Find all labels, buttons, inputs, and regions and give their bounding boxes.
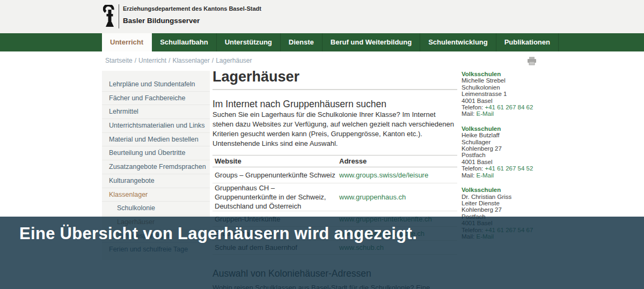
contact-line: 4001 Basel (462, 98, 585, 104)
section1-paragraph: Suchen Sie ein Lagerhaus für die Schulko… (213, 110, 457, 149)
contact-org: Volksschulen (462, 187, 585, 193)
nav-tab-publikationen[interactable]: Publikationen (496, 33, 559, 51)
nav-tab-schullaufbahn[interactable]: Schullaufbahn (152, 33, 217, 51)
contact-line: Heike Butzlaff (462, 132, 585, 138)
phone-link[interactable]: +41 61 267 54 52 (485, 165, 533, 172)
contact-line: Schullager (462, 139, 585, 145)
basel-crozier-icon (103, 5, 116, 28)
logo-divider (119, 4, 119, 28)
breadcrumb-startseite[interactable]: Startseite (105, 57, 133, 64)
contact-org: Volksschulen (462, 125, 585, 132)
title-divider (213, 89, 457, 90)
contact-line: Schulkolonien (462, 84, 585, 91)
sidebar-item-faecher-und-fachbereiche[interactable]: Fächer und Fachbereiche (102, 92, 210, 106)
column-header-website: Website (213, 155, 337, 167)
website-name: Groups – Gruppenunterkünfte Schweiz (213, 167, 337, 183)
breadcrumb-klassenlager[interactable]: Klassenlager (172, 57, 209, 64)
contact-line: Dr. Christian Griss (462, 194, 585, 200)
contact-phone-line: Telefon: +41 61 267 54 52 (462, 165, 585, 172)
contact-line: Leimenstrasse 1 (462, 91, 585, 97)
page: Erziehungsdepartement des Kantons Basel-… (0, 0, 644, 289)
phone-label: Telefon: (462, 165, 483, 172)
sidebar-item-material-und-medien-bestellen[interactable]: Material und Medien bestellen (102, 133, 210, 147)
sidebar-item-zusatzangebote-fremdsprachen[interactable]: Zusatzangebote Fremdsprachen (102, 160, 210, 174)
site-title: Basler Bildungsserver (123, 17, 200, 25)
contact-org: Volksschulen (462, 71, 585, 77)
table-header-row: Website Adresse (213, 155, 457, 167)
contact-card: Volksschulen Michelle Strebel Schulkolon… (462, 71, 585, 117)
website-name: Gruppenhaus CH – Gruppenunterkünfte in d… (213, 183, 337, 211)
sidebar-item-schulkolonie[interactable]: Schulkolonie (102, 202, 210, 216)
sidebar-item-unterrichtsmaterialien-und-links[interactable]: Unterrichtsmaterialien und Links (102, 119, 210, 133)
contact-line: 4001 Basel (462, 159, 585, 165)
caption-text: Eine Übersicht von Lagerhäusern wird ang… (19, 223, 417, 244)
breadcrumb-separator: / (166, 57, 172, 64)
contact-line: Michelle Strebel (462, 77, 585, 84)
mail-label: Mail: (462, 172, 474, 179)
email-link[interactable]: E-Mail (476, 110, 494, 117)
sidebar-item-klassenlager[interactable]: Klassenlager (102, 188, 210, 202)
contact-line: Postfach (462, 152, 585, 158)
caption-overlay: Eine Übersicht von Lagerhäusern wird ang… (0, 217, 644, 289)
column-header-adresse: Adresse (337, 155, 457, 167)
contact-phone-line: Telefon: +41 61 267 84 62 (462, 104, 585, 110)
website-link[interactable]: www.gruppenhaus.ch (339, 193, 406, 201)
contact-mail-line: Mail: E-Mail (462, 172, 585, 179)
breadcrumb-separator: / (133, 57, 138, 64)
printer-icon[interactable] (527, 57, 537, 65)
sidebar-item-lehrplaene-und-stundentafeln[interactable]: Lehrpläne und Stundentafeln (102, 78, 210, 92)
contact-line: Kohlenberg 27 (462, 206, 585, 213)
sidebar-item-kulturangebote[interactable]: Kulturangebote (102, 174, 210, 188)
breadcrumb-unterricht[interactable]: Unterricht (138, 57, 166, 64)
sidebar-item-beurteilung-und-uebertritte[interactable]: Beurteilung und Übertritte (102, 146, 210, 160)
nav-tab-unterricht[interactable]: Unterricht (102, 33, 152, 51)
table-row: Gruppenhaus CH – Gruppenunterkünfte in d… (213, 183, 457, 211)
table-row: Groups – Gruppenunterkünfte Schweiz www.… (213, 167, 457, 183)
contact-line: Leiter Dienste (462, 200, 585, 206)
contact-mail-line: Mail: E-Mail (462, 110, 585, 117)
email-link[interactable]: E-Mail (476, 172, 494, 179)
website-link[interactable]: www.groups.swiss/de/leisure (339, 171, 428, 179)
sidebar-item-lehrmittel[interactable]: Lehrmittel (102, 105, 210, 119)
contact-line: Kohlenberg 27 (462, 145, 585, 152)
phone-label: Telefon: (462, 104, 483, 110)
page-title: Lagerhäuser (213, 69, 457, 85)
contact-card: Volksschulen Heike Butzlaff Schullager K… (462, 125, 585, 179)
mail-label: Mail: (462, 110, 474, 117)
phone-link[interactable]: +41 61 267 84 62 (485, 104, 533, 110)
section1-heading: Im Internet nach Gruppenhäusern suchen (213, 99, 457, 109)
